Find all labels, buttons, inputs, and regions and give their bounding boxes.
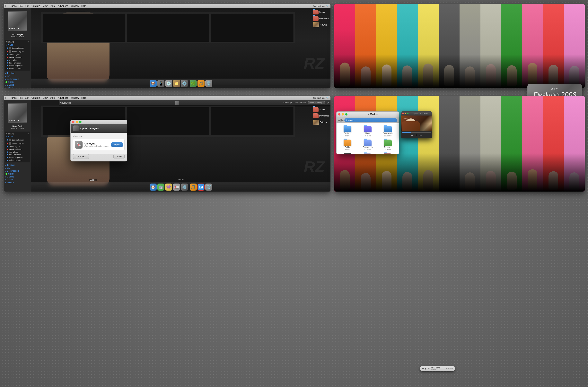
illustration-bottom-fade [334, 54, 585, 88]
search-icon-menubar[interactable]: 🔍 [326, 5, 329, 7]
track-name-bottom: Near Dark [5, 125, 30, 127]
candybar-app-name: CandyBar [84, 142, 109, 145]
finder-window: // Marius ◀ ▶ // Marius Desktop 3 items [336, 111, 399, 154]
mini-next[interactable]: ⏭ [428, 367, 430, 370]
sidebar-bottom-top: ▸ Tansberg ▸ UiO ▸ Deskmodders mjollax ▸… [4, 72, 31, 88]
menu-items-bottom: File Edit Controls View Store Advanced W… [19, 97, 86, 99]
contacts-header-bottom: Contacts ≡ [5, 132, 30, 135]
candybar-dialog-footer: CandyBar Save [71, 154, 127, 161]
itunes-sidebar-top: BURIAL ✦ Archangel Untrue - Burial Conta… [4, 8, 31, 88]
contact-joakim: Joakim Karlsen [5, 46, 30, 50]
finder-minimize[interactable] [342, 113, 344, 116]
finder-window-title: // Marius [349, 113, 397, 116]
dock-icon-1[interactable]: 📱 [157, 80, 165, 87]
downloads-icon: Downloads [313, 16, 329, 21]
dock-icon-6[interactable]: 🎵 [197, 80, 205, 87]
dock-icon-app5[interactable]: ⚙️ [181, 183, 188, 191]
menu-right-items: five past ten 🔍 [313, 5, 329, 7]
sidebar-bottom-bottom: ▸ Tansberg ▸ UiO ▸ Deskmodders mjollax ▸… [4, 163, 31, 184]
app-name-top[interactable]: iTunes [10, 5, 17, 7]
menu-bar-top:  iTunes File Edit Controls View Store A… [4, 4, 331, 8]
menu-right-bottom: ten past ten 🔍 [314, 97, 329, 99]
coversutra-detail: Untrue / Burial [294, 102, 306, 104]
dock-icon-7[interactable]: 🗑️ [205, 80, 212, 87]
finder-toolbar: ◀ ▶ // Marius [336, 117, 399, 123]
finder-maximize[interactable] [345, 113, 347, 116]
next-btn[interactable]: ⏭ [420, 134, 422, 137]
prev-btn[interactable]: ⏮ [411, 134, 414, 137]
disk-size: 556.3 K [89, 179, 97, 181]
dock-icon-2[interactable]: 💿 [165, 80, 172, 87]
open-button[interactable]: Open [111, 142, 123, 147]
dock-icon-finder[interactable]: 🐶 [149, 80, 157, 87]
mini-track-info: Near Dark Untrue [431, 367, 445, 371]
contact-fredrik: Fredrik Andersen [5, 56, 30, 59]
contact-bard: Bård Halvorsen [5, 61, 30, 64]
finder-body: Desktop 3 items Music 40 items Downloads… [336, 123, 399, 154]
search-icon-bottom[interactable]: 🔍 [326, 97, 329, 99]
adium-label: Adium [31, 179, 331, 181]
dock-icon-trk[interactable]: 🚛 [173, 183, 180, 191]
video-minimize[interactable] [405, 113, 406, 114]
app-name-bottom[interactable]: iTunes [10, 97, 17, 99]
itunes-sidebar-bottom: BURIAL ✦ Near Dark Untrue - Burial Conta… [4, 100, 31, 192]
contacts-panel-top: Contacts ≡ ▸ A-List Joakim Karlsen Sunni… [5, 40, 30, 71]
dock-icon-4[interactable]: ⚙️ [181, 80, 188, 87]
dock-icon-5[interactable]: 🌿 [190, 80, 197, 87]
mini-time: 2:36 / 1:18 [446, 368, 453, 370]
pictures-icon: Pictures [313, 22, 329, 27]
dock-icon-bot[interactable]: 👾 [165, 183, 172, 191]
finder-close[interactable] [338, 113, 340, 116]
artist-album-bottom: Untrue - Burial [5, 127, 30, 130]
downloads-icon-bottom: Downloads [313, 113, 329, 118]
finder-downloads: Downloads 135 items [378, 125, 397, 138]
maximize-btn-dialog[interactable] [79, 121, 82, 123]
dock-icon-app6[interactable]: 🎵 [190, 183, 197, 191]
candybar-cancel-btn[interactable]: CandyBar [73, 154, 89, 159]
video-title: Lagte Vs Shack.avi [409, 113, 431, 115]
clock-top: five past ten [313, 5, 325, 7]
candybar-app-icon: 🍬 [75, 141, 83, 148]
video-maximize[interactable] [407, 113, 408, 114]
illustration-bottom-fade-2 [334, 153, 585, 192]
dock-icon-app7-notification[interactable]: 📧 [197, 183, 205, 191]
contacts-panel-bottom: Contacts ≡ ▸ A-List Joakim Karlsen Sunni… [5, 132, 30, 163]
minimize-btn-dialog[interactable] [76, 121, 78, 123]
finder-traktor3: ☢️ Traktor3 56 items [338, 153, 357, 154]
menu-bar-bottom:  iTunes File Edit Controls View Store A… [4, 96, 331, 100]
coversutra-track: Archangel [283, 102, 292, 104]
coversutra-search[interactable]: burial archangel [308, 101, 325, 104]
video-close[interactable] [402, 113, 404, 114]
mini-track-artist: Untrue [431, 369, 445, 371]
dock-sep-1 [189, 81, 189, 86]
video-progress[interactable] [402, 132, 431, 133]
coversutra-bar: CoverSutra Archangel Untrue / Burial bur… [59, 100, 331, 105]
alist-group[interactable]: ▸ A-List [5, 43, 30, 46]
finder-back-icon[interactable]: ◀ [338, 118, 340, 122]
contact-anders: Anders Eckholm [5, 67, 30, 70]
candybar-dialog-body: showcase 🍬 CandyBar /Applications/CandyB… [71, 133, 127, 154]
apple-icon:  [5, 4, 6, 8]
play-pause-btn[interactable]: ⏸ [415, 134, 418, 137]
dock-icon-trash-bottom[interactable]: 🗑️ [205, 183, 212, 191]
graffiti-bg: RZ [31, 8, 331, 88]
settings-icon-coversutra[interactable]: ⚙ [327, 102, 329, 104]
track-name-top: Archangel [5, 33, 30, 36]
burial-label: BURIAL ✦ [9, 28, 19, 30]
mini-prev[interactable]: ⏮ [421, 367, 424, 370]
finder-documents: Documents 27 items [358, 139, 377, 151]
finder-forward-icon[interactable]: ▶ [341, 118, 344, 122]
dock-icon-3[interactable]: 📁 [173, 80, 180, 87]
illustration-panel-top [334, 4, 585, 88]
dock-icon-finder-bottom[interactable]: 🐶 [149, 183, 157, 191]
mini-play[interactable]: ⏵ [425, 367, 427, 370]
now-playing-bottom: Near Dark Untrue - Burial [4, 124, 31, 130]
contact-henrik: Henrik Jørgensen [5, 64, 30, 67]
close-btn-dialog[interactable] [72, 121, 75, 123]
finder-desktop: Desktop 3 items [338, 125, 357, 138]
finder-public: Public 9 items [338, 139, 357, 151]
candybar-save-btn[interactable]: Save [113, 154, 125, 159]
dock-icon-wall-e[interactable]: 🤖 [157, 183, 165, 191]
dock-top: 🐶 📱 💿 📁 ⚙️ 🌿 🎵 🗑️ [31, 79, 331, 88]
desktop-area-top: RZ School Downloa [31, 8, 331, 88]
